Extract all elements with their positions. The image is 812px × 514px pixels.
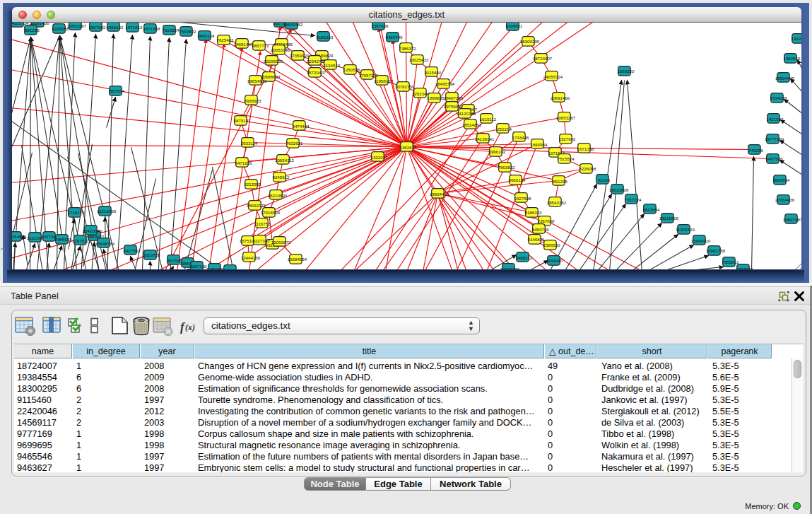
svg-text:6966102: 6966102 [488, 148, 506, 153]
svg-text:7515524: 7515524 [557, 156, 575, 160]
svg-text:116753: 116753 [256, 221, 271, 226]
svg-text:14120746: 14120746 [456, 110, 476, 115]
svg-text:6497568: 6497568 [765, 156, 783, 160]
svg-text:20691406: 20691406 [29, 23, 49, 25]
svg-text:18524861: 18524861 [461, 122, 481, 127]
svg-text:1733426: 1733426 [512, 134, 529, 139]
svg-text:18495794: 18495794 [435, 81, 454, 86]
svg-text:6966102: 6966102 [106, 24, 124, 29]
svg-text:16033809: 16033809 [608, 187, 628, 192]
svg-text:10654112: 10654112 [274, 157, 294, 162]
svg-text:1671358: 1671358 [577, 146, 594, 151]
svg-text:16543362: 16543362 [546, 199, 566, 204]
svg-text:1322037: 1322037 [370, 154, 388, 159]
svg-text:8427552: 8427552 [123, 247, 141, 252]
svg-text:887834: 887834 [110, 88, 124, 93]
svg-text:9327508: 9327508 [514, 195, 531, 200]
svg-text:8186323: 8186323 [316, 34, 334, 39]
svg-text:15720407: 15720407 [306, 69, 326, 74]
svg-text:16543362: 16543362 [283, 23, 302, 27]
svg-text:1421022: 1421022 [766, 116, 784, 121]
svg-text:7625402: 7625402 [216, 37, 234, 42]
svg-text:20364436: 20364436 [775, 197, 794, 201]
svg-text:2087682: 2087682 [736, 266, 753, 269]
svg-text:10653267: 10653267 [66, 23, 86, 28]
svg-text:2933114: 2933114 [240, 140, 257, 145]
svg-text:14138141: 14138141 [474, 136, 494, 141]
svg-text:1588520: 1588520 [617, 68, 635, 73]
svg-text:746266: 746266 [748, 147, 763, 152]
svg-text:1322037: 1322037 [791, 35, 801, 40]
svg-text:10046786: 10046786 [500, 266, 519, 269]
svg-text:18407299: 18407299 [443, 95, 463, 100]
svg-text:8454749: 8454749 [531, 226, 549, 231]
svg-text:19218506: 19218506 [659, 215, 678, 220]
svg-text:3215955: 3215955 [244, 181, 261, 186]
svg-text:7515524: 7515524 [162, 27, 180, 32]
svg-text:7955812: 7955812 [722, 259, 739, 264]
svg-text:14691447: 14691447 [233, 41, 253, 46]
svg-text:19384554: 19384554 [287, 256, 307, 261]
svg-text:9657771: 9657771 [252, 42, 269, 47]
svg-text:891295: 891295 [553, 178, 567, 183]
svg-text:12444156: 12444156 [240, 255, 260, 259]
svg-text:12093872: 12093872 [271, 239, 290, 244]
svg-text:17359924: 17359924 [289, 52, 309, 57]
svg-text:1362615: 1362615 [399, 144, 417, 149]
svg-text:7485003: 7485003 [54, 236, 72, 241]
svg-text:9734028: 9734028 [770, 95, 787, 100]
svg-text:8226058: 8226058 [52, 25, 69, 30]
svg-text:1527602: 1527602 [558, 136, 576, 141]
svg-text:16961758: 16961758 [705, 247, 725, 252]
svg-text:252214: 252214 [497, 126, 512, 131]
svg-text:8660124: 8660124 [197, 33, 215, 37]
svg-text:8660124: 8660124 [508, 177, 526, 182]
svg-text:1250515: 1250515 [343, 66, 360, 71]
svg-text:7386372: 7386372 [399, 45, 416, 50]
svg-text:891295: 891295 [25, 27, 40, 32]
svg-text:16648784: 16648784 [95, 240, 114, 245]
svg-text:19654923: 19654923 [247, 78, 266, 83]
svg-text:7663822: 7663822 [179, 28, 196, 33]
svg-text:8471626: 8471626 [235, 160, 252, 165]
svg-text:20691406: 20691406 [550, 95, 570, 100]
svg-text:2367608: 2367608 [371, 23, 389, 28]
svg-text:7632621: 7632621 [286, 140, 303, 145]
svg-text:3824554: 3824554 [772, 177, 790, 182]
svg-text:8186323: 8186323 [524, 209, 542, 214]
svg-text:19166827: 19166827 [221, 267, 241, 269]
svg-text:3498212: 3498212 [515, 255, 533, 259]
svg-text:1071913: 1071913 [125, 24, 143, 29]
svg-text:9474444: 9474444 [292, 123, 310, 128]
svg-text:11958107: 11958107 [373, 78, 393, 83]
svg-text:19904445: 19904445 [775, 75, 794, 80]
svg-text:22420046: 22420046 [82, 228, 102, 233]
svg-text:10025433: 10025433 [408, 57, 428, 62]
svg-text:12213369: 12213369 [96, 208, 116, 213]
svg-text:13640910: 13640910 [690, 238, 710, 243]
svg-text:20053346: 20053346 [270, 47, 290, 52]
svg-text:8226058: 8226058 [579, 165, 596, 170]
svg-text:8938923: 8938923 [244, 98, 261, 103]
svg-text:2718179: 2718179 [67, 209, 85, 214]
svg-text:1671358: 1671358 [143, 25, 160, 30]
svg-text:10653267: 10653267 [555, 115, 575, 119]
svg-text:10782759: 10782759 [394, 83, 414, 88]
svg-text:1362615: 1362615 [783, 55, 801, 60]
svg-text:4099487: 4099487 [546, 257, 564, 262]
svg-text:3267130: 3267130 [189, 263, 207, 268]
svg-text:(x): (x) [185, 322, 195, 332]
svg-text:9245612: 9245612 [272, 174, 290, 179]
svg-text:16154808: 16154808 [12, 233, 27, 238]
svg-text:15692971: 15692971 [246, 202, 266, 207]
svg-text:6879197: 6879197 [233, 117, 251, 122]
svg-text:8813054: 8813054 [642, 206, 660, 211]
svg-text:8454749: 8454749 [385, 34, 403, 39]
svg-text:9146821: 9146821 [505, 23, 523, 28]
svg-text:24055724: 24055724 [543, 74, 563, 78]
svg-text:1610755: 1610755 [143, 252, 160, 257]
svg-text:9115460: 9115460 [424, 69, 441, 74]
svg-text:19904445: 19904445 [429, 191, 449, 196]
svg-text:19756928: 19756928 [443, 103, 463, 108]
svg-text:1588520: 1588520 [543, 242, 560, 247]
